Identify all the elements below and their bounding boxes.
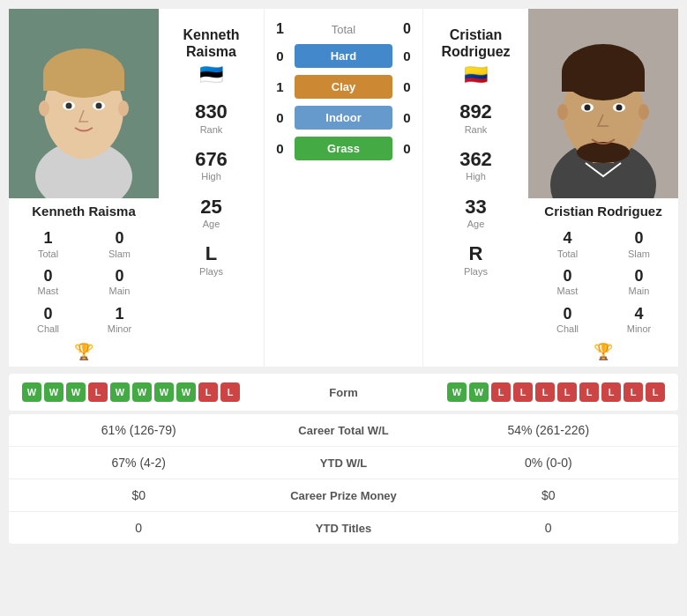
svg-point-23	[557, 104, 568, 120]
right-trophy-icon: 🏆	[594, 342, 613, 361]
stat-left-val-3: 0	[22, 521, 256, 535]
right-form-badge-9: L	[646, 382, 665, 402]
stat-center-label-2: Career Prize Money	[256, 489, 432, 502]
stats-row-1: 67% (4-2)YTD W/L0% (0-0)	[9, 447, 678, 479]
right-slam-value: 0	[603, 229, 675, 249]
right-high-label: High	[459, 171, 492, 182]
right-rank-block: 892 Rank	[459, 100, 492, 136]
left-minor-value: 1	[84, 305, 155, 324]
svg-point-21	[585, 105, 591, 111]
right-chall-value: 0	[532, 305, 603, 324]
right-player-info: Cristian Rodriguez 4 Total 0 Slam 0 Mast	[528, 198, 678, 367]
right-slam-cell: 0 Slam	[603, 226, 675, 263]
indoor-row: 0 Indoor 0	[269, 106, 418, 130]
left-form-badges: WWWLWWWWLL	[22, 382, 256, 402]
stats-row-3: 0YTD Titles0	[9, 512, 678, 544]
right-minor-value: 4	[603, 305, 675, 324]
right-minor-label: Minor	[603, 323, 675, 335]
clay-badge: Clay	[295, 75, 392, 99]
right-form-badge-3: L	[513, 382, 533, 402]
right-high-block: 362 High	[459, 148, 492, 183]
left-form-badge-9: L	[220, 382, 240, 402]
stats-section: 61% (126-79)Career Total W/L54% (261-226…	[9, 414, 678, 544]
right-form-badge-6: L	[579, 382, 599, 402]
svg-rect-5	[43, 73, 124, 91]
svg-point-9	[96, 103, 102, 109]
stat-left-val-1: 67% (4-2)	[22, 456, 256, 470]
stats-row-0: 61% (126-79)Career Total W/L54% (261-226…	[9, 414, 678, 447]
left-total-label: Total	[12, 249, 84, 260]
hard-right-score: 0	[396, 48, 418, 63]
left-slam-value: 0	[84, 229, 155, 249]
svg-rect-17	[562, 72, 645, 92]
left-stats-column: Kenneth Raisma 🇪🇪 830 Rank 676 High 25 A…	[159, 9, 265, 367]
stat-right-val-1: 0% (0-0)	[432, 456, 666, 470]
right-player-column: Cristian Rodriguez 4 Total 0 Slam 0 Mast	[528, 9, 678, 367]
right-form-badge-4: L	[535, 382, 555, 402]
left-age-value: 25	[200, 196, 221, 219]
left-plays-block: L Plays	[199, 242, 223, 278]
right-plays-label: Plays	[464, 266, 488, 278]
left-form-badge-7: W	[176, 382, 196, 402]
main-container: Kenneth Raisma 1 Total 0 Slam 0 Mast	[0, 0, 687, 553]
stat-right-val-2: $0	[432, 488, 666, 502]
right-slam-label: Slam	[603, 249, 675, 260]
right-age-value: 33	[465, 196, 486, 219]
left-minor-cell: 1 Minor	[84, 301, 155, 339]
left-mast-value: 0	[12, 267, 84, 286]
left-total-cell: 1 Total	[12, 226, 84, 263]
clay-row: 1 Clay 0	[269, 75, 418, 99]
left-chall-cell: 0 Chall	[12, 301, 84, 339]
player-comparison-block: Kenneth Raisma 1 Total 0 Slam 0 Mast	[9, 9, 678, 367]
svg-point-10	[39, 100, 49, 116]
left-form-badge-5: W	[132, 382, 152, 402]
total-label: Total	[332, 23, 355, 36]
left-player-info: Kenneth Raisma 1 Total 0 Slam 0 Mast	[9, 198, 159, 367]
right-flag: 🇨🇴	[441, 63, 510, 86]
right-main-value: 0	[603, 267, 675, 286]
left-chall-value: 0	[12, 305, 84, 324]
clay-left-score: 1	[269, 79, 291, 94]
form-section: WWWLWWWWLL Form WWLLLLLLLL	[9, 374, 678, 411]
total-left-score: 1	[269, 21, 291, 37]
left-trophy-icon: 🏆	[74, 342, 93, 361]
right-rank-value: 892	[459, 100, 492, 123]
left-stats-grid: 1 Total 0 Slam 0 Mast 0 Main	[12, 224, 155, 340]
left-flag: 🇪🇪	[183, 63, 240, 86]
left-player-photo	[9, 9, 159, 198]
svg-point-11	[118, 100, 129, 116]
right-total-cell: 4 Total	[532, 226, 603, 263]
left-player-column: Kenneth Raisma 1 Total 0 Slam 0 Mast	[9, 9, 159, 367]
right-player-photo	[528, 9, 678, 198]
right-form-badge-1: W	[469, 382, 489, 402]
indoor-badge: Indoor	[295, 106, 392, 130]
left-plays-value: L	[199, 242, 223, 265]
total-right-score: 0	[396, 21, 418, 37]
left-form-badge-8: L	[198, 382, 218, 402]
right-form-badge-8: L	[624, 382, 643, 402]
right-form-badge-7: L	[601, 382, 621, 402]
right-main-label: Main	[603, 286, 675, 297]
left-main-label: Main	[84, 286, 155, 297]
indoor-right-score: 0	[396, 110, 418, 125]
right-minor-cell: 4 Minor	[603, 301, 675, 339]
left-high-block: 676 High	[195, 148, 228, 183]
left-mast-cell: 0 Mast	[12, 263, 84, 301]
middle-column: 1 Total 0 0 Hard 0 1 Clay 0 0 Indoor 0	[265, 9, 422, 367]
hard-row: 0 Hard 0	[269, 44, 418, 68]
right-player-name: Cristian Rodriguez	[544, 204, 661, 219]
left-age-label: Age	[200, 219, 221, 230]
left-mast-label: Mast	[12, 286, 84, 297]
left-form-badge-4: W	[110, 382, 130, 402]
left-form-badge-0: W	[22, 382, 41, 402]
left-name-top: Kenneth	[183, 26, 240, 43]
right-stats-column: Cristian Rodriguez 🇨🇴 892 Rank 362 High …	[422, 9, 528, 367]
left-form-badge-1: W	[44, 382, 63, 402]
hard-left-score: 0	[269, 48, 291, 63]
right-plays-block: R Plays	[464, 242, 488, 278]
grass-left-score: 0	[269, 141, 291, 156]
svg-point-24	[638, 104, 649, 120]
left-name-flag: Kenneth Raisma 🇪🇪	[183, 22, 240, 86]
right-rank-label: Rank	[459, 124, 492, 136]
stat-right-val-0: 54% (261-226)	[432, 423, 666, 437]
